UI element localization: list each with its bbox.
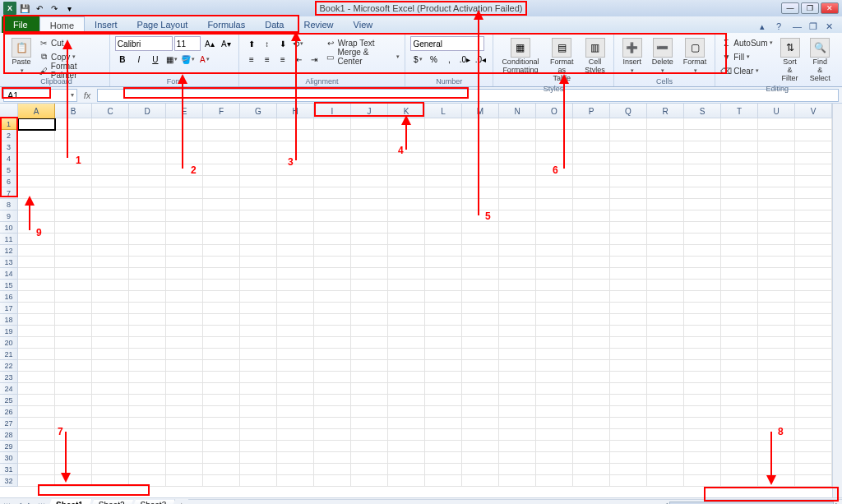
cell[interactable]	[795, 337, 832, 349]
sheet-tab-3[interactable]: Sheet3	[132, 499, 176, 505]
cell[interactable]	[462, 383, 499, 395]
cell[interactable]	[425, 326, 462, 337]
cell[interactable]	[166, 291, 203, 303]
cell[interactable]	[55, 429, 92, 441]
shrink-font-icon[interactable]: A▾	[219, 36, 234, 51]
cell[interactable]	[166, 337, 203, 349]
cell[interactable]	[18, 429, 55, 441]
cell[interactable]	[758, 245, 795, 257]
cell[interactable]	[351, 406, 388, 418]
cell[interactable]	[610, 441, 647, 452]
cell[interactable]	[758, 176, 795, 187]
cell[interactable]	[314, 118, 351, 130]
align-left-icon[interactable]: ≡	[244, 52, 259, 67]
cell[interactable]	[55, 153, 92, 164]
cell[interactable]	[536, 245, 573, 257]
cell[interactable]	[388, 176, 425, 187]
sheet-nav-prev-icon[interactable]: ◀	[13, 500, 25, 505]
cell[interactable]	[388, 395, 425, 406]
cell[interactable]	[203, 245, 240, 257]
cell[interactable]	[610, 464, 647, 475]
cell[interactable]	[351, 360, 388, 372]
row-header-29[interactable]: 29	[0, 441, 18, 452]
cell[interactable]	[721, 303, 758, 314]
column-header-D[interactable]: D	[129, 104, 166, 118]
cell[interactable]	[758, 418, 795, 429]
cell[interactable]	[351, 187, 388, 199]
horizontal-scrollbar[interactable]: ◀ ▶	[188, 499, 842, 505]
cell[interactable]	[425, 176, 462, 187]
cell[interactable]	[647, 441, 684, 452]
cell[interactable]	[758, 303, 795, 314]
cell[interactable]	[92, 118, 129, 130]
delete-cells-button[interactable]: ➖Delete▾	[649, 36, 677, 76]
cell[interactable]	[684, 141, 721, 153]
cell[interactable]	[277, 141, 314, 153]
tab-formulas[interactable]: Formulas	[197, 16, 255, 33]
cell[interactable]	[758, 406, 795, 418]
cell[interactable]	[462, 429, 499, 441]
cell[interactable]	[573, 141, 610, 153]
cell[interactable]	[536, 280, 573, 291]
cell[interactable]	[647, 475, 684, 487]
mdi-minimize-icon[interactable]: —	[793, 21, 804, 33]
cell[interactable]	[462, 199, 499, 210]
cell[interactable]	[758, 475, 795, 487]
new-sheet-icon[interactable]: ✦	[175, 500, 188, 505]
cell[interactable]	[499, 291, 536, 303]
cell[interactable]	[18, 199, 55, 210]
cell[interactable]	[462, 395, 499, 406]
row-header-18[interactable]: 18	[0, 314, 18, 326]
cell[interactable]	[573, 337, 610, 349]
cell[interactable]	[499, 314, 536, 326]
cell[interactable]	[277, 153, 314, 164]
cell[interactable]	[647, 130, 684, 141]
cell[interactable]	[203, 395, 240, 406]
cell[interactable]	[684, 464, 721, 475]
cell[interactable]	[203, 291, 240, 303]
cell[interactable]	[721, 187, 758, 199]
row-header-13[interactable]: 13	[0, 257, 18, 268]
cell[interactable]	[462, 176, 499, 187]
underline-button[interactable]: U	[148, 52, 163, 67]
cell[interactable]	[351, 337, 388, 349]
cell[interactable]	[277, 118, 314, 130]
cell[interactable]	[277, 164, 314, 176]
cell[interactable]	[166, 118, 203, 130]
cell[interactable]	[647, 383, 684, 395]
decrease-indent-icon[interactable]: ⇤	[291, 52, 306, 67]
cell[interactable]	[795, 291, 832, 303]
cell[interactable]	[240, 153, 277, 164]
cell[interactable]	[277, 406, 314, 418]
cell[interactable]	[721, 360, 758, 372]
cell[interactable]	[425, 130, 462, 141]
cell[interactable]	[462, 130, 499, 141]
cell[interactable]	[573, 418, 610, 429]
cell[interactable]	[573, 291, 610, 303]
cell[interactable]	[758, 118, 795, 130]
sheet-nav-next-icon[interactable]: ▶	[25, 500, 36, 505]
cell[interactable]	[721, 326, 758, 337]
cell[interactable]	[55, 130, 92, 141]
cell[interactable]	[18, 257, 55, 268]
cell[interactable]	[499, 176, 536, 187]
cell[interactable]	[536, 291, 573, 303]
cell[interactable]	[314, 475, 351, 487]
cell[interactable]	[314, 222, 351, 234]
cell[interactable]	[388, 130, 425, 141]
row-header-25[interactable]: 25	[0, 395, 18, 406]
cell[interactable]	[314, 372, 351, 383]
cell[interactable]	[721, 429, 758, 441]
cell[interactable]	[647, 222, 684, 234]
cell[interactable]	[277, 199, 314, 210]
cell[interactable]	[203, 406, 240, 418]
cell[interactable]	[647, 291, 684, 303]
cell[interactable]	[92, 268, 129, 280]
cell[interactable]	[499, 441, 536, 452]
cell[interactable]	[536, 176, 573, 187]
cell[interactable]	[573, 349, 610, 360]
cell[interactable]	[610, 475, 647, 487]
cell[interactable]	[462, 464, 499, 475]
cell[interactable]	[203, 337, 240, 349]
cell[interactable]	[610, 383, 647, 395]
